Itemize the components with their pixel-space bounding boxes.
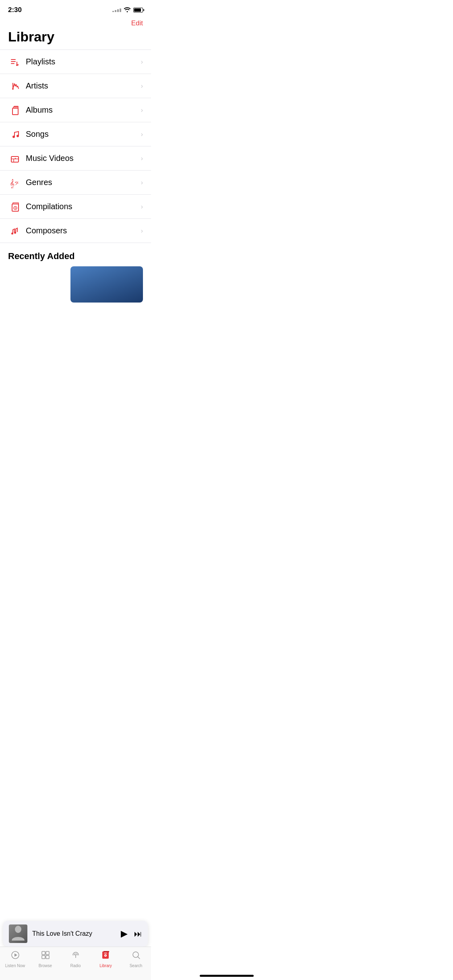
status-icons bbox=[112, 7, 143, 14]
library-item-songs[interactable]: Songs › bbox=[0, 122, 151, 146]
composers-label: Composers bbox=[26, 226, 141, 235]
svg-rect-17 bbox=[13, 203, 19, 204]
svg-point-3 bbox=[16, 64, 18, 66]
svg-point-21 bbox=[14, 232, 16, 234]
library-item-composers[interactable]: Composers › bbox=[0, 219, 151, 243]
svg-point-10 bbox=[17, 135, 19, 137]
playlists-chevron: › bbox=[141, 58, 143, 66]
library-item-playlists[interactable]: Playlists › bbox=[0, 50, 151, 74]
svg-rect-6 bbox=[12, 108, 18, 115]
albums-label: Albums bbox=[26, 105, 141, 115]
svg-point-19 bbox=[15, 207, 16, 208]
songs-label: Songs bbox=[26, 130, 141, 139]
recently-added-title: Recently Added bbox=[0, 243, 151, 266]
recently-added-scroll[interactable] bbox=[0, 266, 151, 303]
genres-chevron: › bbox=[141, 179, 143, 186]
artists-label: Artists bbox=[26, 81, 141, 91]
composers-chevron: › bbox=[141, 227, 143, 235]
battery-icon bbox=[133, 8, 143, 12]
library-item-albums[interactable]: Albums › bbox=[0, 98, 151, 122]
library-list: Playlists › Artists › Albums › bbox=[0, 49, 151, 243]
wifi-icon bbox=[124, 7, 131, 14]
svg-point-20 bbox=[11, 233, 13, 235]
album-card[interactable] bbox=[70, 266, 143, 303]
library-item-genres[interactable]: 𝄞 𝄢 Genres › bbox=[0, 171, 151, 195]
page-title: Library bbox=[0, 27, 151, 49]
status-time: 2:30 bbox=[8, 6, 22, 14]
compilations-chevron: › bbox=[141, 203, 143, 210]
library-item-music-videos[interactable]: Music Videos › bbox=[0, 146, 151, 171]
svg-text:𝄢: 𝄢 bbox=[14, 181, 19, 187]
compilations-icon bbox=[8, 201, 23, 212]
artists-chevron: › bbox=[141, 82, 143, 90]
composers-icon bbox=[8, 225, 23, 237]
header: Edit bbox=[0, 18, 151, 27]
artists-icon bbox=[8, 80, 23, 92]
songs-chevron: › bbox=[141, 131, 143, 138]
music-videos-chevron: › bbox=[141, 155, 143, 162]
recently-added-section: Recently Added bbox=[0, 243, 151, 303]
edit-button[interactable]: Edit bbox=[131, 19, 143, 27]
signal-icon bbox=[112, 8, 121, 12]
svg-point-9 bbox=[12, 136, 15, 138]
genres-icon: 𝄞 𝄢 bbox=[8, 177, 23, 188]
music-videos-icon bbox=[8, 153, 23, 164]
compilations-label: Compilations bbox=[26, 202, 141, 211]
library-item-compilations[interactable]: Compilations › bbox=[0, 195, 151, 219]
albums-chevron: › bbox=[141, 107, 143, 114]
albums-icon bbox=[8, 105, 23, 116]
genres-label: Genres bbox=[26, 178, 141, 187]
library-item-artists[interactable]: Artists › bbox=[0, 74, 151, 98]
playlists-icon bbox=[8, 56, 23, 68]
svg-text:𝄞: 𝄞 bbox=[10, 179, 14, 188]
music-videos-label: Music Videos bbox=[26, 154, 141, 163]
songs-icon bbox=[8, 129, 23, 140]
status-bar: 2:30 bbox=[0, 0, 151, 18]
svg-rect-8 bbox=[14, 106, 18, 107]
playlists-label: Playlists bbox=[26, 57, 141, 66]
